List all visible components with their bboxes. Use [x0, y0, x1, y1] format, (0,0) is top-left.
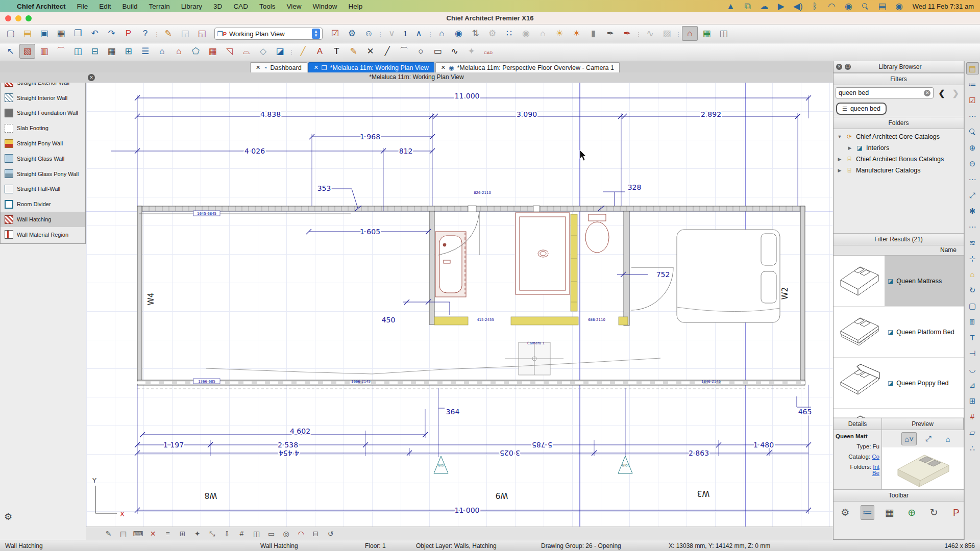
color-chooser-button[interactable]: ✒	[619, 26, 635, 41]
redo-button[interactable]: ↷	[104, 26, 119, 41]
roof-tool[interactable]: ◹	[222, 44, 237, 59]
cross-x-tool[interactable]: ✕	[362, 44, 378, 59]
place-object-button[interactable]: ⌂	[966, 268, 979, 280]
stairs-tool[interactable]: ☰	[137, 44, 153, 59]
name-column-header[interactable]: Name	[834, 245, 964, 256]
mouse-orbit-button[interactable]: ⇅	[468, 26, 483, 41]
marquee-button[interactable]: ▭	[264, 528, 278, 539]
house-disabled-button[interactable]: ⌂	[535, 26, 551, 41]
close-library-icon[interactable]: ✕	[836, 64, 842, 70]
tape-measure-tool[interactable]: ╱	[295, 44, 311, 59]
volume-icon[interactable]: ◀)	[790, 0, 806, 14]
text-arrow-button[interactable]: T	[966, 331, 979, 343]
edit-drawing-button[interactable]: ✎	[160, 26, 176, 41]
grid-button[interactable]: ⊞	[966, 394, 979, 407]
panel-windows-button[interactable]: ◫	[716, 26, 731, 41]
menu-window[interactable]: Window	[307, 0, 342, 12]
cad-tower-tool[interactable]: ✦	[463, 44, 479, 59]
wifi-icon[interactable]: ◠	[824, 0, 840, 14]
jump-tool-button[interactable]: ✦	[190, 528, 204, 539]
result-row-partial[interactable]	[834, 409, 964, 418]
help-button[interactable]: ?	[137, 26, 153, 41]
tree-item-manufacturer-catalogs[interactable]: ▶ ⌸ Manufacturer Catalogs	[834, 165, 964, 176]
arc-red-button[interactable]: ◠	[294, 528, 308, 539]
grid-snap-button[interactable]: #	[966, 410, 979, 422]
target-button[interactable]: ◎	[279, 528, 293, 539]
palette-item-straight-foundation-wall[interactable]: Straight Foundation Wall	[1, 106, 85, 121]
plan-footprint-button[interactable]: ❐	[70, 26, 86, 41]
spline-tool[interactable]: ∿	[447, 44, 462, 59]
adjust-sliders-button[interactable]: ≡	[161, 528, 175, 539]
render-settings-button[interactable]: ⚙	[484, 26, 500, 41]
tab-working-plan-view[interactable]: ✕ ❐ *Melaluca 11m: Working Plan View	[308, 62, 434, 72]
library-list-view-button[interactable]: ≔	[966, 78, 979, 90]
palette-item-straight-glass-pony-wall[interactable]: Straight Glass Pony Wall	[1, 166, 85, 182]
menu-view[interactable]: View	[281, 0, 307, 12]
tree-expand-icon[interactable]: ▼	[837, 134, 843, 139]
window-panel-button[interactable]: ◫	[250, 528, 263, 539]
eyedropper-button[interactable]: ✒	[602, 26, 618, 41]
camera-disabled-button[interactable]: ◉	[518, 26, 534, 41]
palette-item-straight-glass-wall[interactable]: Straight Glass Wall	[1, 151, 85, 166]
snap-grid-button[interactable]: ⊟	[309, 528, 323, 539]
framing-tool[interactable]: ▦	[205, 44, 220, 59]
adjust-light-button[interactable]: ✶	[569, 26, 584, 41]
cloud-icon[interactable]: ☁	[756, 0, 772, 14]
library-search-input[interactable]: queen bed ✕	[836, 87, 934, 98]
window2-tool[interactable]: ⊞	[120, 44, 136, 59]
search-forward-icon[interactable]: ❯	[950, 88, 962, 98]
take-camera-button[interactable]: ◉	[451, 26, 467, 41]
result-row-queen-poppy-bed[interactable]: ◪Queen Poppy Bed	[834, 358, 964, 409]
print-button[interactable]: ▦	[53, 26, 69, 41]
hotkey-save-button[interactable]: ◲	[177, 26, 193, 41]
zoom-in-button[interactable]: ⊕	[966, 141, 979, 154]
apple-menu-icon[interactable]	[0, 0, 11, 12]
undo-u-button[interactable]: ↺	[324, 528, 337, 539]
tree-item-chief-architect-core-catalogs[interactable]: ▼ ⟳ Chief Architect Core Catalogs	[834, 131, 964, 142]
replace-from-library-button[interactable]: ↻	[966, 284, 979, 296]
close-tab-icon[interactable]: ✕	[256, 64, 260, 71]
playback-icon[interactable]: ▶	[773, 0, 789, 14]
close-tab-icon[interactable]: ✕	[314, 64, 318, 71]
save-button[interactable]: ▣	[36, 26, 52, 41]
resize-arrows-button[interactable]: ⤡	[205, 528, 219, 539]
menu-help[interactable]: Help	[342, 0, 368, 12]
text-tool[interactable]: T	[329, 44, 345, 59]
menu-3d[interactable]: 3D	[208, 0, 228, 12]
library-list-check-button[interactable]: ≔	[861, 505, 875, 520]
library-settings-button[interactable]: ⚙	[838, 505, 852, 520]
curved-wall-tool[interactable]: ⌒	[53, 44, 69, 59]
hash-grid-button[interactable]: #	[235, 528, 249, 539]
plan-view-selector[interactable]: ❐P Working Plan View ▲▼	[214, 28, 323, 40]
fill-view-button[interactable]: ⤢	[966, 189, 979, 201]
result-row-queen-platform-bed[interactable]: ◪Queen Platform Bed	[834, 307, 964, 358]
select-arrow-tool[interactable]: ↖	[3, 44, 18, 59]
cross-section-button[interactable]: ∿	[642, 26, 658, 41]
select-dialog-button[interactable]: ☑	[327, 26, 343, 41]
palette-item-straight-interior-wall[interactable]: Straight Interior Wall	[1, 90, 85, 106]
cabinet-tool[interactable]: ▦	[104, 44, 119, 59]
xyz-axes-button[interactable]: ⊿	[966, 379, 979, 391]
library-browser-active-button[interactable]: ▤	[966, 62, 979, 74]
sunlight-button[interactable]: ☀	[552, 26, 568, 41]
pan-hand-button[interactable]: ✱	[966, 205, 979, 217]
close-window-button[interactable]	[5, 15, 11, 21]
folders-link[interactable]: Int	[873, 464, 879, 470]
sketch-tool[interactable]: ✎	[346, 44, 361, 59]
rectangle-tool[interactable]: ▭	[430, 44, 446, 59]
grid-small-button[interactable]: ⊞	[176, 528, 189, 539]
box-3d-tool[interactable]: ◪	[272, 44, 288, 59]
preview-style-button[interactable]: ⌂˅	[901, 432, 917, 445]
cad-detail-tool[interactable]: CAD	[480, 45, 496, 60]
preview-render-button[interactable]: ⌂	[940, 432, 955, 445]
two-story-house-tool[interactable]: ⌂	[154, 44, 170, 59]
menu-library[interactable]: Library	[176, 0, 208, 12]
palette-item-slab-footing[interactable]: Slab Footing	[1, 120, 85, 136]
layout-box-button[interactable]: ▱	[966, 426, 979, 438]
arc-measure-button[interactable]: ◡	[966, 363, 979, 375]
build-wrench-button[interactable]: ⚙	[344, 26, 360, 41]
edit-pencil-button[interactable]: ✎	[102, 528, 115, 539]
menu-tools[interactable]: Tools	[254, 0, 281, 12]
railing-tool[interactable]: ▥	[36, 44, 52, 59]
palette-item-straight-pony-wall[interactable]: Straight Pony Wall	[1, 136, 85, 151]
